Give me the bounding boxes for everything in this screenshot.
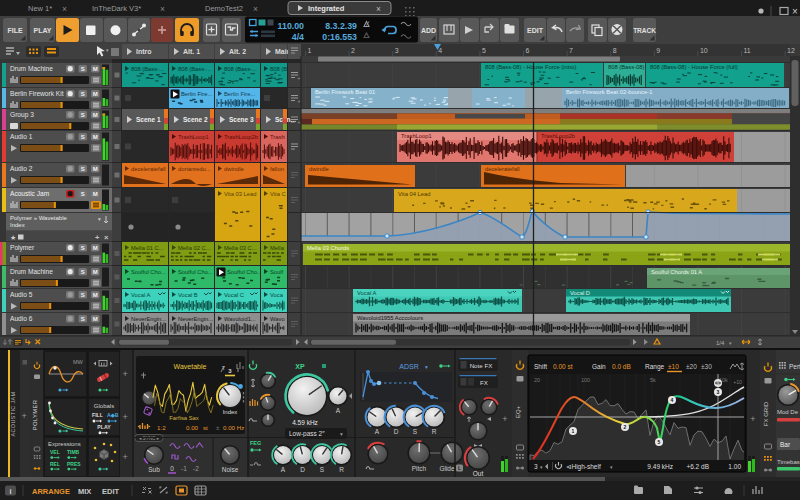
svg-text:D: D (394, 428, 399, 435)
svg-text:100: 100 (581, 377, 590, 383)
svg-text:M: M (93, 316, 98, 322)
svg-text:Berlin Firework Kit: Berlin Firework Kit (10, 90, 64, 97)
svg-text:st: st (203, 424, 208, 431)
svg-text:Wavoloid1...: Wavoloid1... (224, 316, 256, 322)
svg-text:0: 0 (170, 465, 174, 472)
svg-text:-1: -1 (181, 465, 187, 472)
svg-text:M: M (93, 66, 98, 72)
svg-text:0.00: 0.00 (186, 424, 199, 431)
svg-text:dwindle: dwindle (309, 166, 329, 172)
svg-text:S: S (81, 269, 85, 275)
svg-text:+: + (750, 414, 755, 424)
svg-text:0.00 st: 0.00 st (553, 363, 573, 370)
svg-text:Polymer: Polymer (10, 244, 35, 252)
svg-text:POLYMER: POLYMER (32, 400, 38, 431)
svg-text:TrashLoop2b: TrashLoop2b (224, 134, 258, 140)
svg-text:808 (Bass-...: 808 (Bass-... (224, 66, 257, 72)
svg-text:S: S (81, 112, 85, 118)
svg-text:3: 3 (534, 463, 538, 470)
svg-text:1/4: 1/4 (716, 340, 725, 346)
svg-text:8: 8 (613, 47, 617, 54)
svg-text:Soulful Cho...: Soulful Cho... (227, 269, 262, 275)
svg-text:+: + (502, 414, 507, 424)
svg-text:808 (Bass-08) - House Force (i: 808 (Bass-08) - House Force (intro) (485, 64, 577, 70)
svg-text:ADD: ADD (421, 27, 436, 34)
svg-text:DemoTest2: DemoTest2 (205, 4, 243, 13)
svg-text:New 1*: New 1* (28, 4, 52, 13)
svg-text:3: 3 (717, 389, 720, 395)
svg-text:Vocal B: Vocal B (178, 292, 198, 298)
svg-text:D: D (300, 466, 305, 473)
svg-text:VEL: VEL (50, 449, 60, 455)
svg-text:3: 3 (395, 47, 399, 54)
svg-text:Vita C: Vita C (270, 191, 286, 197)
svg-text:Scene 1: Scene 1 (136, 116, 161, 123)
svg-text:Audio 1: Audio 1 (10, 133, 33, 140)
svg-text:A: A (336, 407, 341, 414)
svg-text:Mella 01 C...: Mella 01 C... (131, 245, 164, 251)
svg-text:Scene 2: Scene 2 (183, 116, 208, 123)
svg-text:Mella 03 Chords: Mella 03 Chords (307, 245, 349, 251)
svg-text:1.00: 1.00 (728, 463, 741, 470)
svg-text:Wavoloid1955 Acccolours: Wavoloid1955 Acccolours (357, 315, 423, 321)
svg-text:Trash: Trash (270, 134, 285, 140)
svg-text:A◆B: A◆B (107, 412, 119, 418)
svg-text:Audio 6: Audio 6 (10, 315, 33, 322)
svg-text:S: S (81, 66, 85, 72)
svg-text:+: + (298, 98, 301, 104)
svg-text:10: 10 (700, 47, 708, 54)
svg-text:+: + (298, 75, 301, 81)
svg-text:Intro: Intro (136, 48, 152, 55)
svg-text:Noise: Noise (222, 466, 239, 473)
svg-text:2: 2 (351, 47, 355, 54)
svg-text:TrashLoop1: TrashLoop1 (401, 133, 432, 139)
svg-text:110.00: 110.00 (278, 21, 305, 31)
svg-text:InTheDark V3*: InTheDark V3* (92, 4, 141, 13)
svg-text:A: A (375, 428, 380, 435)
svg-text:Pitch: Pitch (412, 465, 427, 472)
svg-text:Out: Out (473, 470, 484, 477)
svg-text:Soulful Chords 01 A: Soulful Chords 01 A (651, 269, 702, 275)
svg-text:S: S (413, 428, 418, 435)
svg-text:Mella 03 C...: Mella 03 C... (224, 245, 257, 251)
svg-text:9.49 kHz: 9.49 kHz (647, 463, 673, 470)
svg-text:Soulful Cho...: Soulful Cho... (131, 269, 166, 275)
svg-text:Voca: Voca (270, 292, 284, 298)
svg-text:Soulf: Soulf (270, 269, 284, 275)
svg-text:▾: ▾ (98, 216, 101, 222)
svg-text:Bar: Bar (780, 441, 791, 448)
svg-text:M: M (93, 245, 98, 251)
svg-text:EDIT: EDIT (527, 27, 544, 34)
svg-text:Timebas: Timebas (777, 459, 800, 465)
svg-text:Mella: Mella (270, 245, 285, 251)
svg-text:Globals: Globals (94, 403, 114, 409)
svg-text:×: × (62, 4, 67, 14)
svg-text:×: × (160, 4, 165, 14)
svg-text:M: M (93, 134, 98, 140)
svg-text:Alt. 2: Alt. 2 (229, 48, 246, 55)
svg-text:MIX: MIX (78, 487, 91, 496)
svg-text:M: M (93, 191, 98, 197)
svg-text:4: 4 (438, 47, 442, 54)
svg-text:Audio 5: Audio 5 (10, 291, 33, 298)
svg-text:M: M (93, 269, 98, 275)
svg-text:+10: +10 (733, 379, 742, 385)
svg-text:TrashLoop1: TrashLoop1 (178, 134, 209, 140)
svg-text:Wavetable: Wavetable (174, 363, 207, 370)
svg-text:×: × (253, 4, 258, 14)
svg-text:4: 4 (671, 397, 674, 403)
svg-text:PRES: PRES (67, 461, 81, 467)
svg-text:S: S (81, 245, 85, 251)
svg-text:12: 12 (787, 47, 795, 54)
svg-text:ARRANGE: ARRANGE (32, 487, 70, 496)
svg-text:Integrated: Integrated (308, 4, 345, 13)
svg-text:FX: FX (480, 379, 488, 386)
svg-text:-2: -2 (193, 465, 199, 472)
svg-text:deceleratefall: deceleratefall (131, 166, 165, 172)
svg-text:±20: ±20 (686, 363, 697, 370)
svg-text:TrashLoop2b: TrashLoop2b (541, 133, 575, 139)
svg-text:★: ★ (10, 234, 16, 241)
svg-text:M: M (93, 112, 98, 118)
svg-text:i: i (10, 488, 12, 495)
svg-text:Mod De: Mod De (777, 409, 799, 415)
